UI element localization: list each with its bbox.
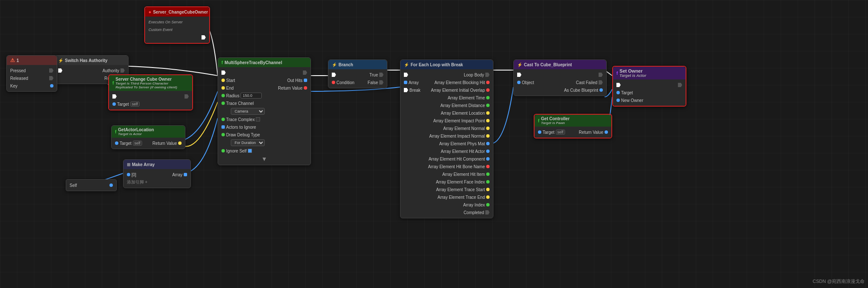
ms-tracecomplex-row: Trace Complex xyxy=(218,116,311,123)
ms-drawdebug-dropdown-row: For Duration xyxy=(218,138,311,147)
fe-impactpt-label: Array Element Impact Point xyxy=(433,119,485,123)
fe-hititem-pin xyxy=(486,172,490,176)
make-array-body: [0] Array 添加引脚 + xyxy=(123,169,190,188)
fe-impactpt-row: Array Element Impact Point xyxy=(400,117,493,124)
cast-to-cube-node: ⚡ Cast To Cube_Blueprint Object Cast Fai… xyxy=(513,59,607,96)
function-call-sub1: Target is Third Person Character xyxy=(115,82,177,85)
cast-as-pin xyxy=(599,88,603,92)
fe-hitactor-pin xyxy=(486,150,490,153)
get-actor-header: f GetActorLocation Target is Actor xyxy=(112,126,185,138)
ms-expand-icon[interactable]: ▼ xyxy=(261,155,267,162)
fe-faceindex-pin xyxy=(486,180,490,184)
branch-condition-label: Condition xyxy=(336,80,354,85)
released-pin xyxy=(49,76,53,80)
pressed-row: Pressed xyxy=(7,67,57,74)
authority-label: Authority xyxy=(103,68,119,73)
fe-hitcomp-row: Array Element Hit Component xyxy=(400,155,493,163)
function-call-sub2: Replicated To Server (if owning client) xyxy=(115,85,177,89)
ms-radius-pin xyxy=(221,94,225,97)
branch-title: Branch xyxy=(339,62,353,67)
key-row: Key xyxy=(7,82,57,90)
fe-break-in xyxy=(404,88,408,92)
ms-retval-label: Return Value xyxy=(278,86,302,90)
make-array-add-label[interactable]: 添加引脚 + xyxy=(127,179,148,185)
server-change-cube-owner-event-node: ● Server_ChangeCubeOwner Executes On Ser… xyxy=(144,6,210,44)
branch-false-label: False xyxy=(368,80,378,85)
released-row: Released xyxy=(7,74,57,82)
set-owner-exec-out xyxy=(678,83,682,87)
cast-failed-pin xyxy=(599,80,603,85)
multi-sphere-body: Start Out Hits End Return Value Radius 1… xyxy=(218,67,311,165)
make-array-item0: [0] xyxy=(132,172,136,177)
make-array-item0-row: [0] Array xyxy=(123,171,190,178)
event-header: ● Server_ChangeCubeOwner xyxy=(145,7,209,17)
ms-drawdebug-select[interactable]: For Duration xyxy=(231,139,265,146)
pressed-pin xyxy=(49,68,53,73)
fe-normal-label: Array Element Normal xyxy=(443,126,485,131)
multi-sphere-header: f MultiSphereTraceByChannel xyxy=(218,58,311,67)
set-owner-body: Target New Owner xyxy=(613,79,686,106)
fe-dist-pin xyxy=(486,104,490,107)
ms-tracecomplex-checkbox[interactable] xyxy=(256,117,260,121)
input-body: Pressed Released Key xyxy=(7,65,57,91)
self-label: Self xyxy=(70,183,77,188)
branch-false-pin xyxy=(379,80,384,85)
ms-radius-row: Radius 150.0 xyxy=(218,92,311,99)
ms-actors-pin xyxy=(221,125,225,129)
exec-out-pin xyxy=(202,35,206,40)
fe-completed-pin xyxy=(485,210,490,215)
event-exec-pin xyxy=(202,35,206,40)
switch-exec-in xyxy=(58,68,62,73)
fe-completed-label: Completed xyxy=(464,210,484,215)
cast-title: Cast To Cube_Blueprint xyxy=(524,62,572,67)
ms-start-pin xyxy=(221,79,225,82)
fe-hitbone-pin xyxy=(486,165,490,168)
make-array-node: ⊞ Make Array [0] Array 添加引脚 + xyxy=(123,159,191,188)
func-exec-out xyxy=(185,94,189,99)
event-subtitle1: Executes On Server xyxy=(148,20,183,24)
get-controller-header: f Get Controller Target is Pawn xyxy=(535,115,611,127)
key-pin xyxy=(50,84,53,88)
fe-array-label: Array xyxy=(409,80,419,85)
get-actor-return-label: Return Value xyxy=(152,141,177,146)
fe-impactpt-pin xyxy=(486,119,490,122)
ms-ignoreself-label: Ignore Self xyxy=(226,149,246,153)
event-body: Executes On Server Custom Event xyxy=(145,17,209,43)
get-actor-subtitle: Target is Actor xyxy=(118,132,154,136)
set-owner-exec-in xyxy=(616,83,621,87)
ms-radius-input[interactable]: 150.0 xyxy=(241,93,262,99)
make-array-out-label: Array xyxy=(172,172,182,177)
branch-body: True Condition False xyxy=(328,69,387,88)
fe-normal-pin xyxy=(486,127,490,130)
branch-exec-row: True xyxy=(328,71,387,79)
fe-array-pin xyxy=(404,81,407,84)
input-title: 1 xyxy=(17,58,19,63)
self-out-pin xyxy=(109,184,113,187)
ms-ignoreself-row: Ignore Self xyxy=(218,147,311,155)
set-owner-exec-row xyxy=(613,81,686,89)
fe-impactnorm-pin xyxy=(486,134,490,138)
cast-object-pin xyxy=(517,81,521,84)
ms-tracechan-select[interactable]: Camera xyxy=(231,108,265,115)
for-each-body: Loop Body Array Array Element Blocking H… xyxy=(400,69,493,218)
self-node: Self xyxy=(66,179,117,191)
ms-radius-label: Radius xyxy=(226,93,239,98)
ms-actorsignore-row: Actors to Ignore xyxy=(218,123,311,131)
set-owner-target-pin xyxy=(616,91,620,94)
fe-tracestart-row: Array Element Trace Start xyxy=(400,186,493,193)
ms-ignoreself-checkbox[interactable] xyxy=(248,149,252,153)
func-target-pin xyxy=(112,102,116,106)
fe-completed-row: Completed xyxy=(400,209,493,216)
set-owner-target-label: Target xyxy=(621,90,633,95)
ms-end-row: End Return Value xyxy=(218,84,311,92)
branch-true-pin xyxy=(379,73,384,77)
branch-condition-pin xyxy=(332,81,335,84)
released-label: Released xyxy=(10,76,28,81)
authority-pin xyxy=(120,68,125,73)
fe-faceindex-row: Array Element Face Index xyxy=(400,178,493,186)
for-each-header: ⚡ For Each Loop with Break xyxy=(400,60,493,69)
fe-impactnorm-row: Array Element Impact Normal xyxy=(400,132,493,140)
fe-dist-label: Array Element Distance xyxy=(440,103,485,108)
event-subtitle-row: Executes On Server xyxy=(145,18,209,26)
make-array-in-pin xyxy=(127,173,130,176)
